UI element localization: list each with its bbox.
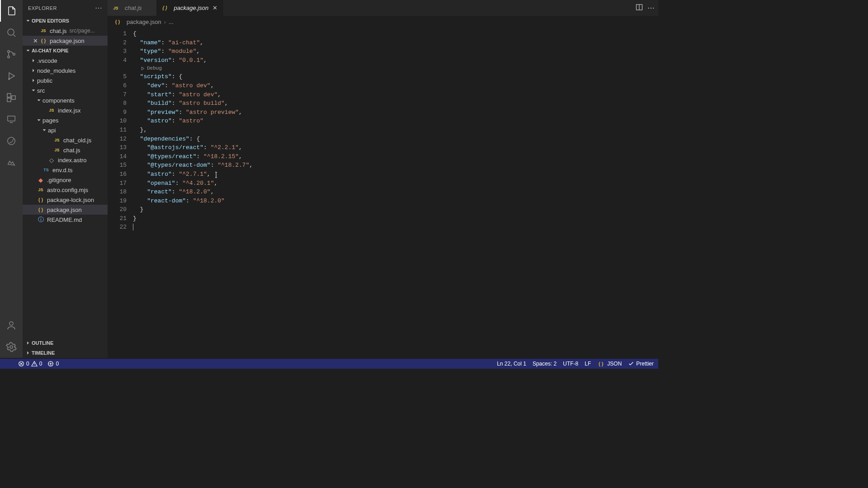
status-language[interactable]: JSON — [597, 360, 622, 367]
json-icon — [597, 360, 604, 367]
json-icon — [114, 18, 121, 25]
file-item[interactable]: JSchat_old.js — [23, 135, 108, 145]
js-icon: JS — [112, 5, 119, 12]
close-icon[interactable]: ✕ — [211, 5, 218, 11]
text-cursor-icon — [212, 171, 220, 178]
chevron-down-icon — [35, 117, 42, 123]
svg-point-11 — [10, 346, 13, 348]
codelens-debug[interactable]: Debug — [133, 65, 658, 72]
svg-rect-7 — [12, 96, 15, 99]
file-item[interactable]: package-lock.json — [23, 195, 108, 205]
split-editor-icon[interactable] — [636, 4, 643, 12]
activity-settings-icon[interactable] — [0, 336, 23, 358]
open-editor-item[interactable]: JSchat.jssrc/page... — [23, 26, 108, 36]
js-icon: JS — [37, 186, 44, 193]
svg-point-15 — [50, 363, 52, 365]
activity-extra-1-icon[interactable] — [0, 130, 23, 152]
folder-item[interactable]: components — [23, 95, 108, 105]
chevron-down-icon — [30, 87, 37, 94]
svg-point-2 — [8, 56, 9, 58]
activity-remote-explorer-icon[interactable] — [0, 108, 23, 130]
timeline-header[interactable]: TIMELINE — [23, 348, 108, 358]
folder-item[interactable]: src — [23, 85, 108, 95]
js-icon: JS — [53, 136, 61, 144]
svg-point-10 — [9, 322, 13, 325]
svg-rect-6 — [7, 98, 11, 102]
status-cursor-position[interactable]: Ln 22, Col 1 — [497, 361, 526, 367]
js-icon: JS — [53, 146, 61, 154]
file-item[interactable]: JSchat.js — [23, 145, 108, 155]
chevron-right-icon — [30, 77, 37, 84]
breadcrumb[interactable]: package.json › ... — [108, 16, 658, 28]
activity-search-icon[interactable] — [0, 22, 23, 43]
folder-item[interactable]: pages — [23, 115, 108, 125]
file-item[interactable]: ⓘREADME.md — [23, 215, 108, 225]
project-header[interactable]: AI-CHAT KOPIE — [23, 46, 108, 56]
status-bar: 0 0 0 Ln 22, Col 1 Spaces: 2 UTF-8 LF JS… — [0, 359, 658, 369]
explorer-more-icon[interactable]: ⋯ — [95, 4, 103, 12]
status-problems[interactable]: 0 0 — [18, 361, 42, 367]
open-editor-item[interactable]: ✕package.json — [23, 36, 108, 46]
ts-icon: TS — [42, 166, 50, 174]
activity-accounts-icon[interactable] — [0, 314, 23, 336]
status-eol[interactable]: LF — [585, 361, 591, 367]
chevron-down-icon — [35, 97, 42, 103]
file-item[interactable]: JSindex.jsx — [23, 105, 108, 115]
json-icon — [37, 206, 44, 213]
code-editor[interactable]: 12345678910111213141516171819202122 { "n… — [108, 28, 658, 358]
file-item[interactable]: ◆.gitignore — [23, 175, 108, 185]
info-icon: ⓘ — [37, 216, 44, 223]
editor-more-icon[interactable]: ⋯ — [647, 4, 655, 12]
activity-bar — [0, 0, 23, 358]
status-ports[interactable]: 0 — [47, 361, 59, 367]
svg-point-0 — [8, 29, 14, 35]
status-indentation[interactable]: Spaces: 2 — [533, 361, 557, 367]
file-item[interactable]: JSastro.config.mjs — [23, 185, 108, 195]
status-encoding[interactable]: UTF-8 — [563, 361, 578, 367]
activity-explorer-icon[interactable] — [0, 0, 23, 22]
chevron-right-icon — [30, 57, 37, 64]
astro-icon: ◇ — [48, 156, 55, 164]
svg-rect-8 — [8, 116, 15, 121]
close-icon[interactable]: ✕ — [32, 37, 39, 44]
svg-point-1 — [8, 51, 9, 52]
file-item[interactable]: TSenv.d.ts — [23, 165, 108, 175]
chevron-right-icon — [30, 67, 37, 74]
chevron-down-icon — [41, 127, 48, 133]
json-icon — [40, 37, 47, 44]
folder-item[interactable]: api — [23, 125, 108, 135]
git-icon: ◆ — [37, 176, 44, 183]
activity-extra-2-icon[interactable] — [0, 152, 23, 174]
folder-item[interactable]: node_modules — [23, 66, 108, 75]
activity-source-control-icon[interactable] — [0, 43, 23, 65]
folder-item[interactable]: .vscode — [23, 56, 108, 66]
svg-rect-5 — [7, 94, 11, 97]
svg-point-9 — [8, 137, 15, 145]
json-icon — [161, 5, 169, 12]
open-editors-header[interactable]: OPEN EDITORS — [23, 16, 108, 26]
file-item[interactable]: package.json — [23, 205, 108, 215]
activity-run-debug-icon[interactable] — [0, 65, 23, 87]
js-icon: JS — [48, 107, 55, 114]
file-item[interactable]: ◇index.astro — [23, 155, 108, 165]
editor-tab[interactable]: package.json✕ — [157, 0, 224, 16]
js-icon: JS — [40, 27, 47, 34]
folder-item[interactable]: public — [23, 75, 108, 85]
outline-header[interactable]: OUTLINE — [23, 338, 108, 348]
explorer-title: EXPLORER — [28, 5, 57, 11]
editor-tab[interactable]: JSchat.js — [108, 0, 157, 16]
editor-tabs: JSchat.jspackage.json✕ ⋯ — [108, 0, 658, 16]
status-prettier[interactable]: Prettier — [628, 361, 654, 367]
explorer-sidebar: EXPLORER ⋯ OPEN EDITORS JSchat.jssrc/pag… — [23, 0, 108, 358]
json-icon — [37, 196, 44, 203]
activity-extensions-icon[interactable] — [0, 87, 23, 108]
